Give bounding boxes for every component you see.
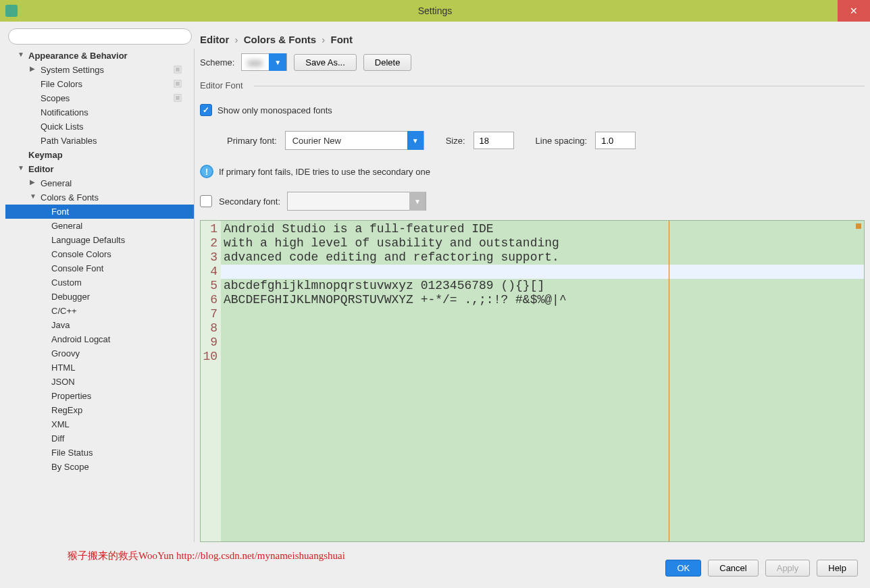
watermark-text: 猴子搬来的救兵WooYun http://blog.csdn.net/mynam…	[68, 550, 345, 562]
scheme-dropdown[interactable]: aaa ▼	[241, 53, 287, 71]
tree-item[interactable]: Path Variables	[5, 134, 194, 148]
project-overlay-icon	[174, 65, 182, 74]
tree-item-label: HTML	[51, 363, 75, 373]
delete-button[interactable]: Delete	[363, 54, 412, 71]
primary-font-row: Primary font: Courier New ▼ Size: Line s…	[227, 131, 865, 150]
tree-item[interactable]: ▼Colors & Fonts	[5, 190, 194, 205]
tree-item-label: File Colors	[41, 79, 82, 89]
line-spacing-input[interactable]	[595, 132, 636, 149]
editor-font-legend: Editor Font	[200, 80, 865, 90]
tree-item[interactable]: Android Logcat	[5, 332, 194, 346]
tree-item[interactable]: File Status	[5, 446, 194, 460]
apply-button[interactable]: Apply	[765, 560, 811, 577]
tree-item-label: File Status	[51, 448, 93, 458]
body: 🔍 ▼Appearance & Behavior▶System Settings…	[0, 22, 870, 547]
tree-item[interactable]: Language Defaults	[5, 233, 194, 247]
scheme-value: aaa	[242, 57, 269, 68]
preview-line: Android Studio is a full-featured IDE	[224, 222, 861, 236]
tree-item[interactable]: XML	[5, 417, 194, 431]
tree-item[interactable]: JSON	[5, 375, 194, 389]
cancel-button[interactable]: Cancel	[708, 560, 758, 577]
secondary-font-label: Secondary font:	[219, 196, 280, 207]
tree-item[interactable]: ▼Editor	[5, 162, 194, 176]
tree-item-label: Scopes	[41, 93, 70, 103]
tree-item-label: Language Defaults	[51, 235, 125, 245]
preview-line: ABCDEFGHIJKLMNOPQRSTUVWXYZ +-*/= .,;:!? …	[224, 293, 861, 307]
tree-item[interactable]: Font	[5, 205, 194, 219]
tree-item[interactable]: Console Font	[5, 261, 194, 275]
tree-item[interactable]: Console Colors	[5, 247, 194, 261]
monospaced-checkbox[interactable]: ✓	[200, 104, 212, 116]
tree-item-label: General	[51, 221, 82, 231]
tree-item[interactable]: Notifications	[5, 105, 194, 119]
breadcrumb-sep: ›	[232, 34, 241, 45]
tree-item[interactable]: Debugger	[5, 290, 194, 304]
tree-item[interactable]: File Colors	[5, 77, 194, 91]
breadcrumb-sep: ›	[319, 34, 328, 45]
preview-line: advanced code editing and refactoring su…	[224, 250, 861, 265]
tree-item[interactable]: HTML	[5, 360, 194, 375]
breadcrumb: Editor › Colors & Fonts › Font	[200, 27, 865, 53]
tree-item-label: RegExp	[51, 405, 82, 415]
svg-rect-3	[176, 82, 180, 86]
line-spacing-label: Line spacing:	[536, 136, 588, 146]
tree-arrow-icon: ▶	[30, 65, 35, 72]
tree-item-label: Appearance & Behavior	[28, 51, 128, 61]
secondary-font-checkbox[interactable]	[200, 195, 212, 207]
scheme-label: Scheme:	[200, 57, 234, 68]
tree-item-label: Quick Lists	[41, 122, 84, 132]
tree-arrow-icon: ▼	[30, 192, 36, 200]
settings-window: Settings ✕ 🔍 ▼Appearance & Behavior▶Syst…	[0, 0, 870, 588]
secondary-font-dropdown[interactable]: ▼	[287, 192, 426, 211]
tree-item[interactable]: Java	[5, 318, 194, 332]
tree-item-label: System Settings	[41, 65, 104, 75]
tree-item[interactable]: Quick Lists	[5, 119, 194, 134]
preview-text: Android Studio is a full-featured IDEwit…	[221, 221, 864, 541]
tree-item-label: Console Colors	[51, 249, 111, 259]
save-as-button[interactable]: Save As...	[294, 54, 357, 71]
tree-item[interactable]: RegExp	[5, 403, 194, 417]
project-overlay-icon	[174, 94, 182, 102]
preview-line	[224, 336, 861, 350]
scheme-row: Scheme: aaa ▼ Save As... Delete	[200, 53, 865, 71]
help-button[interactable]: Help	[817, 560, 858, 577]
search-input[interactable]	[8, 28, 192, 45]
breadcrumb-editor: Editor	[200, 34, 229, 45]
window-title: Settings	[418, 5, 453, 16]
tree-item[interactable]: Diff	[5, 431, 194, 446]
size-input[interactable]	[474, 132, 514, 149]
tree-item-label: Java	[51, 320, 70, 330]
monospaced-checkbox-row[interactable]: ✓ Show only monospaced fonts	[200, 104, 865, 116]
tree-item-label: C/C++	[51, 306, 77, 316]
tree-item[interactable]: C/C++	[5, 304, 194, 318]
close-button[interactable]: ✕	[838, 0, 870, 22]
ok-button[interactable]: OK	[665, 560, 701, 577]
warning-marker	[856, 223, 861, 229]
tree-item[interactable]: General	[5, 219, 194, 233]
tree-item[interactable]: ▶General	[5, 176, 194, 190]
tree-item-label: Debugger	[51, 292, 90, 302]
tree-item-label: Colors & Fonts	[41, 192, 99, 203]
preview-line	[221, 265, 864, 279]
info-row: ! If primary font fails, IDE tries to us…	[200, 165, 865, 178]
tree-item-label: Keymap	[28, 150, 63, 160]
tree-item[interactable]: Scopes	[5, 91, 194, 105]
tree-item[interactable]: Properties	[5, 389, 194, 403]
info-text: If primary font fails, IDE tries to use …	[219, 167, 430, 177]
tree-arrow-icon: ▼	[18, 164, 24, 171]
tree-item[interactable]: Keymap	[5, 148, 194, 162]
tree-item[interactable]: By Scope	[5, 460, 194, 474]
tree-item[interactable]: ▼Appearance & Behavior	[5, 49, 194, 63]
primary-font-dropdown[interactable]: Courier New ▼	[285, 131, 424, 150]
tree-item-label: Diff	[51, 433, 64, 444]
chevron-down-icon: ▼	[409, 192, 426, 211]
tree-item[interactable]: ▶System Settings	[5, 63, 194, 77]
svg-rect-5	[176, 96, 180, 100]
tree-item[interactable]: Groovy	[5, 346, 194, 360]
tree-item-label: Editor	[28, 164, 54, 174]
info-icon: !	[200, 165, 213, 178]
settings-tree[interactable]: ▼Appearance & Behavior▶System SettingsFi…	[5, 49, 195, 542]
tree-item[interactable]: Custom	[5, 275, 194, 290]
breadcrumb-colorsfonts: Colors & Fonts	[244, 34, 317, 45]
tree-item-label: General	[41, 178, 72, 188]
